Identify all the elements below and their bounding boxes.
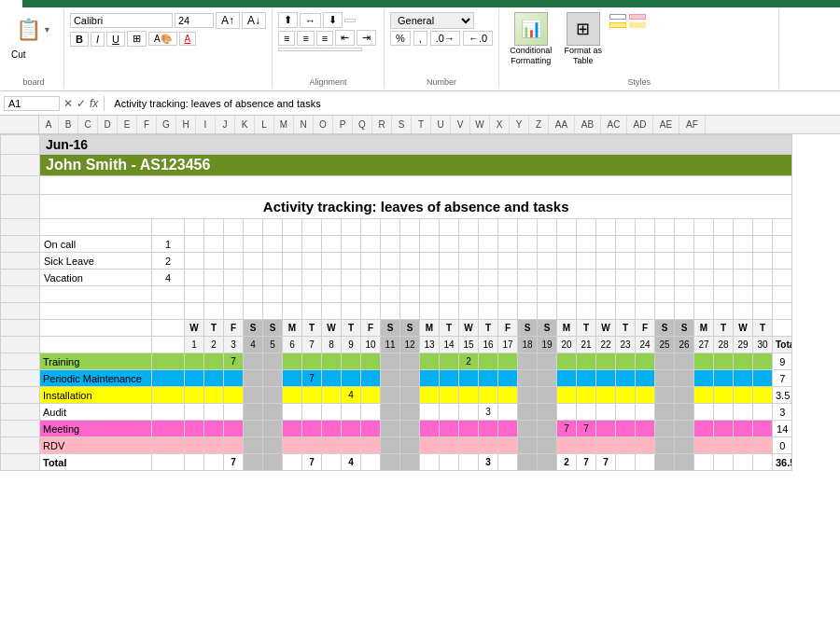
empty-cell[interactable]: [152, 219, 185, 236]
task-day-cell[interactable]: [538, 454, 557, 471]
task-day-cell[interactable]: [675, 454, 694, 471]
empty-cell[interactable]: [224, 286, 244, 303]
empty-cell[interactable]: [322, 303, 342, 320]
align-top-button[interactable]: ⬆: [278, 12, 298, 28]
task-day-cell[interactable]: [596, 353, 616, 370]
empty-cell[interactable]: [636, 219, 655, 236]
task-day-cell[interactable]: [185, 421, 204, 437]
empty-cell[interactable]: [263, 303, 283, 320]
fx-icon[interactable]: fx: [90, 97, 98, 110]
empty-cell[interactable]: [636, 303, 655, 320]
task-day-cell[interactable]: [459, 421, 479, 437]
empty-cell[interactable]: [361, 286, 381, 303]
task-day-cell[interactable]: [714, 370, 734, 387]
formula-input[interactable]: [110, 97, 836, 110]
task-day-cell[interactable]: [675, 370, 694, 387]
task-day-cell[interactable]: [538, 404, 557, 421]
empty-cell[interactable]: [773, 320, 792, 337]
indent-less-button[interactable]: ⇤: [335, 30, 355, 46]
empty-cell[interactable]: [440, 303, 459, 320]
empty-cell[interactable]: [577, 286, 596, 303]
task-day-cell[interactable]: [538, 370, 557, 387]
empty-cell[interactable]: [459, 236, 479, 253]
shrink-font-button[interactable]: A↓: [242, 12, 266, 29]
task-day-cell[interactable]: [244, 437, 263, 454]
empty-cell[interactable]: [40, 320, 152, 337]
empty-cell[interactable]: [263, 286, 283, 303]
task-day-cell[interactable]: [244, 353, 263, 370]
confirm-icon[interactable]: ✓: [77, 97, 86, 110]
task-day-cell[interactable]: [302, 353, 322, 370]
empty-cell[interactable]: [596, 270, 616, 286]
empty-cell[interactable]: [773, 303, 792, 320]
task-day-cell[interactable]: [322, 437, 342, 454]
empty-cell[interactable]: [185, 253, 204, 270]
merge-center-button[interactable]: [278, 48, 362, 51]
empty-cell[interactable]: [152, 370, 185, 387]
task-day-cell[interactable]: 7: [224, 454, 244, 471]
empty-cell[interactable]: [753, 236, 773, 253]
align-right-button[interactable]: ≡: [316, 31, 333, 46]
empty-cell[interactable]: [675, 303, 694, 320]
empty-cell[interactable]: [40, 337, 152, 353]
empty-cell[interactable]: [224, 253, 244, 270]
task-day-cell[interactable]: [753, 353, 773, 370]
task-day-cell[interactable]: [714, 437, 734, 454]
bold-button[interactable]: B: [70, 32, 89, 47]
task-day-cell[interactable]: [283, 387, 302, 404]
empty-cell[interactable]: [479, 270, 498, 286]
empty-cell[interactable]: [244, 253, 263, 270]
empty-cell[interactable]: [381, 286, 400, 303]
task-day-cell[interactable]: [753, 404, 773, 421]
task-day-cell[interactable]: [244, 387, 263, 404]
task-day-cell[interactable]: [636, 404, 655, 421]
empty-cell[interactable]: [694, 253, 714, 270]
task-day-cell[interactable]: [322, 387, 342, 404]
tab-insert[interactable]: [22, 0, 45, 7]
task-day-cell[interactable]: [518, 454, 538, 471]
task-day-cell[interactable]: [322, 404, 342, 421]
empty-cell[interactable]: [420, 253, 440, 270]
empty-cell[interactable]: [361, 270, 381, 286]
task-day-cell[interactable]: [753, 454, 773, 471]
empty-cell[interactable]: [498, 236, 518, 253]
task-day-cell[interactable]: [753, 437, 773, 454]
empty-cell[interactable]: [440, 236, 459, 253]
task-day-cell[interactable]: [714, 454, 734, 471]
task-day-cell[interactable]: 3: [479, 454, 498, 471]
empty-cell[interactable]: [361, 303, 381, 320]
task-day-cell[interactable]: [400, 454, 420, 471]
empty-cell[interactable]: [557, 303, 577, 320]
empty-cell[interactable]: [302, 270, 322, 286]
task-day-cell[interactable]: [655, 454, 675, 471]
task-day-cell[interactable]: [498, 404, 518, 421]
empty-cell[interactable]: [185, 303, 204, 320]
task-day-cell[interactable]: [596, 437, 616, 454]
empty-cell[interactable]: [204, 219, 224, 236]
task-day-cell[interactable]: [204, 404, 224, 421]
task-day-cell[interactable]: [263, 404, 283, 421]
empty-cell[interactable]: [538, 253, 557, 270]
legend-value[interactable]: 2: [152, 253, 185, 270]
task-day-cell[interactable]: [636, 370, 655, 387]
task-day-cell[interactable]: 2: [459, 353, 479, 370]
empty-cell[interactable]: [459, 286, 479, 303]
empty-cell[interactable]: [381, 236, 400, 253]
task-day-cell[interactable]: [283, 421, 302, 437]
task-day-cell[interactable]: [753, 370, 773, 387]
empty-cell[interactable]: [40, 286, 152, 303]
empty-cell[interactable]: [283, 236, 302, 253]
task-day-cell[interactable]: [204, 387, 224, 404]
task-day-cell[interactable]: [616, 421, 636, 437]
empty-cell[interactable]: [498, 286, 518, 303]
task-day-cell[interactable]: [518, 421, 538, 437]
task-day-cell[interactable]: [675, 437, 694, 454]
task-day-cell[interactable]: 7: [557, 421, 577, 437]
empty-cell[interactable]: [557, 286, 577, 303]
task-day-cell[interactable]: [342, 421, 361, 437]
task-day-cell[interactable]: [596, 387, 616, 404]
empty-cell[interactable]: [655, 219, 675, 236]
task-day-cell[interactable]: [714, 387, 734, 404]
task-day-cell[interactable]: [694, 387, 714, 404]
empty-cell[interactable]: [400, 253, 420, 270]
